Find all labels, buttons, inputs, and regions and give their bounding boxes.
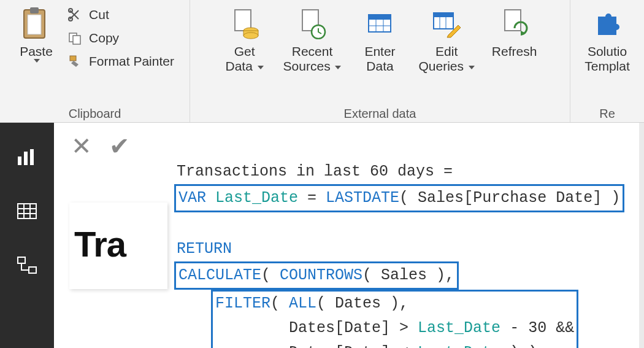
svg-rect-23 xyxy=(505,10,521,31)
clipboard-group-label: Clipboard xyxy=(69,107,121,121)
ribbon-group-clipboard: Paste Cut Copy xyxy=(0,0,190,122)
external-data-group-label: External data xyxy=(344,107,416,121)
resources-group-label: Re xyxy=(599,107,615,121)
svg-rect-24 xyxy=(18,157,21,165)
svg-rect-7 xyxy=(70,56,76,61)
get-data-label: Get Data xyxy=(225,44,263,74)
svg-rect-27 xyxy=(18,204,36,218)
var-declaration-box: VAR Last_Date = LASTDATE( Sales[Purchase… xyxy=(174,184,624,212)
enter-data-label: Enter Data xyxy=(364,44,395,74)
enter-data-button[interactable]: Enter Data xyxy=(352,4,407,76)
paste-button[interactable]: Paste xyxy=(13,4,59,65)
svg-rect-1 xyxy=(28,15,41,34)
paintbrush-icon xyxy=(67,54,84,69)
paste-icon xyxy=(19,6,53,41)
data-view-button[interactable] xyxy=(15,199,39,223)
calculate-box: CALCULATE( COUNTROWS( Sales ), xyxy=(174,261,459,290)
svg-rect-15 xyxy=(369,15,391,20)
ribbon-group-external-data: Get Data Recent Sources Enter Data Edit … xyxy=(190,0,570,122)
recent-sources-label: Recent Sources xyxy=(283,44,342,74)
scissors-icon xyxy=(67,7,84,22)
puzzle-icon xyxy=(590,6,624,41)
chevron-down-icon xyxy=(34,59,40,63)
model-view-button[interactable] xyxy=(15,253,39,277)
report-canvas-preview: Tra xyxy=(69,203,167,289)
return-keyword: RETURN xyxy=(177,240,232,258)
recent-sources-button[interactable]: Recent Sources xyxy=(277,4,348,76)
preview-title-fragment: Tra xyxy=(74,223,163,265)
refresh-label: Refresh xyxy=(492,44,537,59)
copy-icon xyxy=(67,31,84,45)
get-data-button[interactable]: Get Data xyxy=(217,4,272,76)
ribbon-group-resources: Solutio Templat Re xyxy=(570,0,644,122)
dax-editor[interactable]: Transactions in last 60 days = VAR Last_… xyxy=(177,135,622,348)
dax-line-1: Transactions in last 60 days = xyxy=(177,163,462,180)
formula-bar-controls: ✕ ✔ xyxy=(71,134,130,158)
edit-table-icon xyxy=(429,6,464,41)
svg-rect-25 xyxy=(24,152,28,165)
edit-queries-button[interactable]: Edit Queries xyxy=(412,4,480,76)
paste-label: Paste xyxy=(20,44,53,59)
chevron-down-icon xyxy=(258,66,264,69)
copy-button[interactable]: Copy xyxy=(64,29,177,47)
workspace: ✕ ✔ Transactions in last 60 days = VAR L… xyxy=(0,123,644,348)
filter-box: FILTER( ALL( Dates ), Dates[Date] > Last… xyxy=(211,290,578,348)
svg-rect-32 xyxy=(18,257,25,263)
view-sidebar xyxy=(0,123,54,348)
commit-formula-button[interactable]: ✔ xyxy=(109,134,130,158)
format-painter-label: Format Painter xyxy=(89,54,174,69)
svg-rect-6 xyxy=(73,36,80,44)
edit-queries-label: Edit Queries xyxy=(418,44,474,74)
chevron-down-icon xyxy=(335,66,341,69)
svg-rect-2 xyxy=(30,7,39,14)
ribbon: Paste Cut Copy xyxy=(0,0,644,123)
cancel-formula-button[interactable]: ✕ xyxy=(71,134,92,158)
refresh-icon xyxy=(497,6,532,41)
report-view-button[interactable] xyxy=(15,145,39,169)
formula-area: ✕ ✔ Transactions in last 60 days = VAR L… xyxy=(54,123,644,348)
refresh-button[interactable]: Refresh xyxy=(486,4,543,61)
solution-templates-button[interactable]: Solutio Templat xyxy=(578,4,636,76)
table-icon xyxy=(362,6,397,41)
svg-rect-33 xyxy=(29,267,36,273)
svg-point-11 xyxy=(243,33,258,39)
chevron-down-icon xyxy=(469,66,475,69)
copy-label: Copy xyxy=(89,31,119,45)
svg-rect-26 xyxy=(30,149,34,165)
clock-file-icon xyxy=(295,6,329,41)
solution-templates-label: Solutio Templat xyxy=(585,44,630,74)
database-icon xyxy=(228,6,262,41)
cut-label: Cut xyxy=(89,7,109,22)
format-painter-button[interactable]: Format Painter xyxy=(64,53,177,70)
svg-rect-20 xyxy=(434,13,453,17)
cut-button[interactable]: Cut xyxy=(64,6,177,23)
vertical-scrollbar[interactable] xyxy=(639,123,644,348)
